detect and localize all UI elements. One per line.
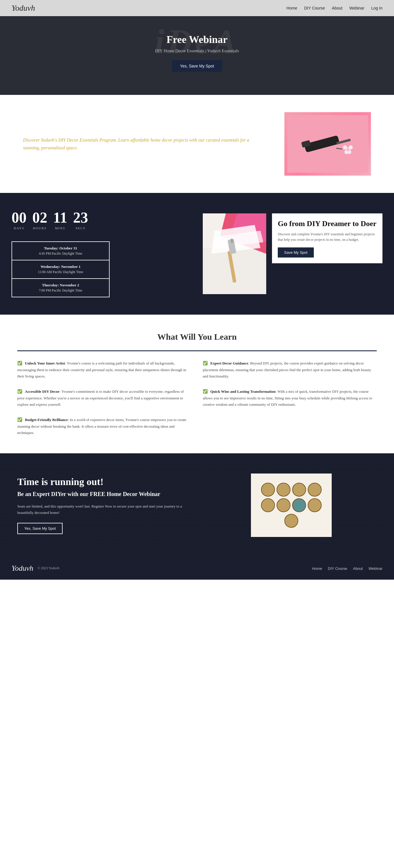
circle-9 xyxy=(284,514,298,528)
intro-text: Discover Yoduvh's DIY Decor Essentials P… xyxy=(23,136,267,152)
schedule-time-3: 7:00 PM Pacific Daylight Time xyxy=(39,288,83,292)
schedule-time-1: 4:45 PM Pacific Daylight Time xyxy=(39,251,83,255)
learn-item-3-title: Accessible DIY Decor xyxy=(25,389,59,394)
cta-section: Time is running out! Be an Expert DIYer … xyxy=(0,453,394,557)
checkmark-icon-1: ✅ xyxy=(17,361,22,365)
cta-right xyxy=(206,473,377,537)
footer-link-about[interactable]: About xyxy=(353,566,363,571)
learn-divider xyxy=(17,350,377,351)
learn-item-5: ✅ Budget-Friendly Brilliance: In a world… xyxy=(17,416,191,436)
schedule-item-1: Tuesday: October 31 4:45 PM Pacific Dayl… xyxy=(12,242,109,260)
countdown-section: 00 DAYS 02 HOURS 11 MINS 23 SECS Tuesday… xyxy=(0,193,394,315)
circle-6 xyxy=(277,498,291,512)
timer-mins: 11 MINS xyxy=(53,210,67,230)
schedule-box: Tuesday: October 31 4:45 PM Pacific Dayl… xyxy=(11,241,110,297)
nav-logo: Yoduvh xyxy=(11,3,35,13)
circle-5 xyxy=(261,498,275,512)
nav-link-login[interactable]: Log In xyxy=(371,6,383,10)
nav-link-webinar[interactable]: Webinar xyxy=(349,6,364,10)
circle-1 xyxy=(261,483,275,497)
countdown-timer: 00 DAYS 02 HOURS 11 MINS 23 SECS xyxy=(11,210,191,230)
footer: Yoduvh © 2023 Yoduvh Home DIY Course Abo… xyxy=(0,557,394,580)
intro-paragraph: Discover Yoduvh's DIY Decor Essentials P… xyxy=(23,136,267,152)
learn-item-5-title: Budget-Friendly Brilliance xyxy=(25,417,68,422)
nav-link-about[interactable]: About xyxy=(332,6,343,10)
timer-hours: 02 HOURS xyxy=(32,210,47,230)
drill-svg xyxy=(287,115,368,173)
nav-link-diy-course[interactable]: DIY Course xyxy=(304,6,325,10)
hero-section: iDeA Free Webinar DIY Home Decor Essenti… xyxy=(0,16,394,95)
doer-card: Go from DIY Dreamer to Doer Discover and… xyxy=(272,213,383,263)
checkmark-icon-5: ✅ xyxy=(17,417,22,422)
cta-subheading: Be an Expert DIYer with our FREE Home De… xyxy=(17,491,188,497)
doer-heading: Go from DIY Dreamer to Doer xyxy=(278,219,377,228)
circle-7 xyxy=(292,498,306,512)
circles-art xyxy=(251,477,332,533)
svg-point-9 xyxy=(346,148,349,151)
circle-8 xyxy=(308,498,322,512)
footer-logo: Yoduvh xyxy=(11,564,33,573)
schedule-item-2: Wednesday: November 1 11:00 AM Pacific D… xyxy=(12,260,109,279)
learn-grid: ✅ Unlock Your Inner Artist: Yvonne's cou… xyxy=(17,360,377,436)
timer-hours-label: HOURS xyxy=(32,226,47,230)
painting-image xyxy=(203,213,266,294)
timer-secs-label: SECS xyxy=(73,226,88,230)
checkmark-icon-4: ✅ xyxy=(203,389,208,394)
navbar: Yoduvh Home DIY Course About Webinar Log… xyxy=(0,0,394,16)
countdown-left: 00 DAYS 02 HOURS 11 MINS 23 SECS Tuesday… xyxy=(11,210,191,297)
learn-item-1-title: Unlock Your Inner Artist xyxy=(25,361,65,365)
learn-item-1: ✅ Unlock Your Inner Artist: Yvonne's cou… xyxy=(17,360,191,379)
learn-item-2-text: ✅ Expert Decor Guidance: Beyond DIY proj… xyxy=(203,360,377,379)
intro-image-container xyxy=(284,112,371,176)
schedule-item-3: Thursday: November 2 7:00 PM Pacific Day… xyxy=(12,279,109,297)
countdown-right: Go from DIY Dreamer to Doer Discover and… xyxy=(203,213,383,294)
timer-days: 00 DAYS xyxy=(11,210,27,230)
cta-left: Time is running out! Be an Expert DIYer … xyxy=(17,476,188,534)
hero-cta-button[interactable]: Yes, Save My Spot xyxy=(172,60,222,72)
learn-item-4-title: Quick Wins and Lasting Transformation xyxy=(210,389,275,394)
nav-links: Home DIY Course About Webinar Log In xyxy=(286,5,383,11)
timer-hours-number: 02 xyxy=(32,210,47,225)
cta-body: Seats are limited, and this opportunity … xyxy=(17,503,188,516)
timer-days-number: 00 xyxy=(11,210,27,225)
nav-link-home[interactable]: Home xyxy=(286,6,297,10)
doer-text: Discover and complete Yvonne's DIY essen… xyxy=(278,231,377,243)
timer-days-label: DAYS xyxy=(11,226,27,230)
doer-save-button[interactable]: Save My Spot xyxy=(278,247,314,257)
footer-links: Home DIY Course About Webinar xyxy=(312,566,383,571)
intro-image-placeholder xyxy=(284,112,371,176)
cta-button[interactable]: Yes, Save My Spot xyxy=(17,523,63,534)
timer-mins-number: 11 xyxy=(53,210,67,225)
circle-4 xyxy=(308,483,322,497)
footer-link-diy-course[interactable]: DIY Course xyxy=(328,566,347,571)
timer-secs: 23 SECS xyxy=(73,210,88,230)
painting-svg xyxy=(203,213,266,294)
learn-item-3-text: ✅ Accessible DIY Decor: Yvonne's commitm… xyxy=(17,388,191,408)
footer-left: Yoduvh © 2023 Yoduvh xyxy=(11,564,59,573)
learn-section: What Will You Learn ✅ Unlock Your Inner … xyxy=(0,315,394,453)
cta-heading: Time is running out! xyxy=(17,476,188,488)
checkmark-icon-2: ✅ xyxy=(203,361,208,365)
footer-link-home[interactable]: Home xyxy=(312,566,322,571)
timer-secs-number: 23 xyxy=(73,210,88,225)
circles-image xyxy=(251,473,332,537)
hero-heading: Free Webinar xyxy=(11,33,383,45)
learn-item-2: ✅ Expert Decor Guidance: Beyond DIY proj… xyxy=(203,360,377,379)
circle-2 xyxy=(277,483,291,497)
learn-item-2-title: Expert Decor Guidance xyxy=(210,361,248,365)
schedule-time-2: 11:00 AM Pacific Daylight Time xyxy=(38,270,83,274)
learn-item-3: ✅ Accessible DIY Decor: Yvonne's commitm… xyxy=(17,388,191,408)
footer-link-webinar[interactable]: Webinar xyxy=(369,566,383,571)
schedule-day-1: Tuesday: October 31 xyxy=(18,246,103,251)
schedule-day-2: Wednesday: November 1 xyxy=(18,265,103,269)
learn-item-5-text: ✅ Budget-Friendly Brilliance: In a world… xyxy=(17,416,191,436)
checkmark-icon-3: ✅ xyxy=(17,389,22,394)
svg-point-6 xyxy=(349,145,353,149)
footer-copyright: © 2023 Yoduvh xyxy=(37,566,59,570)
schedule-day-3: Thursday: November 2 xyxy=(18,283,103,287)
svg-point-5 xyxy=(343,145,347,149)
hero-subheading: DIY Home Decor Essentials | Yoduvh Essen… xyxy=(11,49,383,53)
circle-3 xyxy=(292,483,306,497)
intro-section: Discover Yoduvh's DIY Decor Essentials P… xyxy=(0,95,394,193)
learn-heading: What Will You Learn xyxy=(17,332,377,342)
